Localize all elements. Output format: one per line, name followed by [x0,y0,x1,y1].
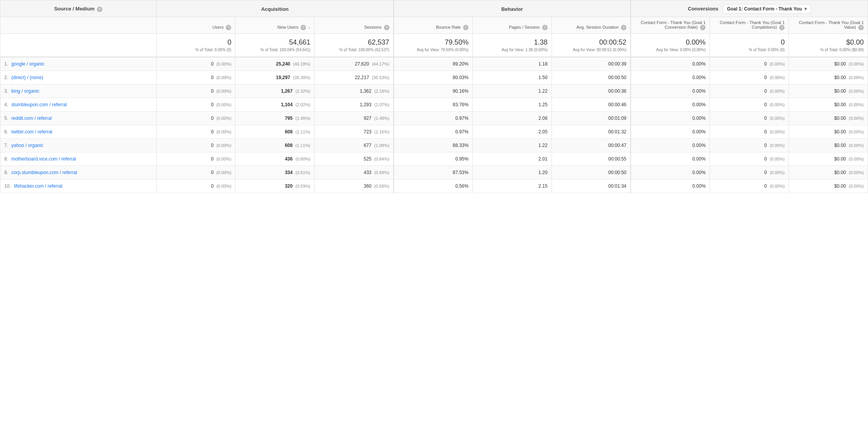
source-link[interactable]: twitter.com / referral [11,129,52,135]
group-header-row: Source / Medium ? Acquisition Behavior C… [0,0,868,17]
totals-pages-session-sub: Avg for View: 1.38 (0.00%) [477,48,548,52]
new-users-pct: (46.18%) [293,62,311,66]
source-link[interactable]: motherboard.vice.com / referral [11,156,76,162]
totals-bounce-rate-sub: Avg for View: 79.50% (0.00%) [398,48,469,52]
new-users-col-header[interactable]: New Users ? ↓ [235,17,315,34]
completions-cell: 0 (0.00%) [710,71,789,85]
totals-pages-session-cell: 1.38 Avg for View: 1.38 (0.00%) [472,34,552,57]
source-link[interactable]: (direct) / (none) [11,75,43,80]
avg-session-cell: 00:00:47 [552,139,631,152]
value-pct: (0.00%) [849,143,864,148]
new-users-pct: (0.61%) [296,170,311,175]
sessions-pct: (35.53%) [372,75,389,80]
conv-rate-cell: 0.00% [631,139,710,152]
bounce-rate-cell: 83.76% [394,98,473,112]
pages-session-col-header[interactable]: Pages / Session ? [472,17,552,34]
sessions-cell: 433 (0.69%) [315,166,394,180]
completions-help-icon[interactable]: ? [779,25,785,30]
bounce-rate-cell: 0.97% [394,125,473,139]
conv-rate-cell: 0.00% [631,180,710,193]
source-link[interactable]: bing / organic [11,88,39,94]
completions-pct: (0.00%) [770,89,785,93]
totals-bounce-rate-value: 79.50% [398,38,469,47]
avg-session-cell: 00:01:34 [552,180,631,193]
acquisition-label: Acquisition [261,6,289,12]
table-row: 4. stumbleupon.com / referral 0 (0.00%) … [0,98,868,112]
totals-completions-value: 0 [714,38,785,47]
completions-pct: (0.00%) [770,75,785,80]
users-pct: (0.00%) [216,116,232,121]
sessions-pct: (1.16%) [374,129,389,134]
conv-rate-col-header[interactable]: Contact Form - Thank You (Goal 1 Convers… [631,17,710,34]
value-cell: $0.00 (0.00%) [789,166,868,180]
totals-pages-session-value: 1.38 [477,38,548,47]
completions-cell: 0 (0.00%) [710,139,789,152]
table-row: 6. twitter.com / referral 0 (0.00%) 608 … [0,125,868,139]
sessions-cell: 1,362 (2.18%) [315,85,394,98]
source-link[interactable]: reddit.com / referral [11,116,52,121]
users-col-header[interactable]: Users ? [156,17,235,34]
users-pct: (0.00%) [216,129,232,134]
source-link[interactable]: stumbleupon.com / referral [11,102,67,107]
row-number: 6. [4,129,8,135]
sessions-cell: 22,217 (35.53%) [315,71,394,85]
source-link[interactable]: yahoo / organic [11,143,43,148]
pages-session-help-icon[interactable]: ? [542,25,548,30]
row-number: 1. [4,61,8,67]
avg-session-col-header[interactable]: Avg. Session Duration ? [552,17,631,34]
goal-dropdown[interactable]: Goal 1: Contact Form - Thank You ▾ [723,4,811,14]
users-help-icon[interactable]: ? [226,25,231,30]
conv-rate-cell: 0.00% [631,166,710,180]
completions-cell: 0 (0.00%) [710,57,789,71]
users-cell: 0 (0.00%) [156,166,235,180]
new-users-value: 19,297 [276,75,290,80]
users-cell: 0 (0.00%) [156,71,235,85]
bounce-rate-help-icon[interactable]: ? [463,25,469,30]
source-link[interactable]: google / organic [11,61,44,67]
users-cell: 0 (0.00%) [156,180,235,193]
totals-value-value: $0.00 [793,38,864,47]
users-pct: (0.00%) [216,170,232,175]
table-row: 5. reddit.com / referral 0 (0.00%) 795 (… [0,112,868,125]
sessions-help-icon[interactable]: ? [384,25,389,30]
bounce-rate-col-header[interactable]: Bounce Rate ? [394,17,473,34]
completions-pct: (0.00%) [770,129,785,134]
bounce-rate-cell: 87.53% [394,166,473,180]
source-cell: 9. corp.stumbleupon.com / referral [0,166,157,180]
new-users-value: 608 [285,129,292,135]
completions-col-header[interactable]: Contact Form - Thank You (Goal 1 Complet… [710,17,789,34]
value-pct: (0.00%) [849,75,864,80]
new-users-value: 1,104 [281,102,292,107]
new-users-pct: (1.11%) [296,129,311,134]
new-users-pct: (0.59%) [296,184,311,188]
sessions-col-header[interactable]: Sessions ? [315,17,394,34]
completions-cell: 0 (0.00%) [710,125,789,139]
source-link[interactable]: corp.stumbleupon.com / referral [11,170,77,175]
value-cell: $0.00 (0.00%) [789,98,868,112]
users-cell: 0 (0.00%) [156,85,235,98]
new-users-pct: (2.02%) [296,102,311,107]
sessions-label: Sessions [364,25,382,29]
source-cell: 7. yahoo / organic [0,139,157,152]
totals-users-value: 0 [161,38,232,47]
totals-sessions-sub: % of Total: 100.00% (62,537) [318,48,389,52]
table-body: 0 % of Total: 0.00% (0) 54,661 % of Tota… [0,34,868,193]
table-row: 3. bing / organic 0 (0.00%) 1,267 (2.32%… [0,85,868,98]
avg-session-help-icon[interactable]: ? [621,25,626,30]
conv-rate-help-icon[interactable]: ? [700,25,705,30]
new-users-help-icon[interactable]: ? [301,25,306,30]
totals-avg-session-sub: Avg for View: 00:00:52 (0.00%) [556,48,626,52]
avg-session-cell: 00:00:50 [552,166,631,180]
bounce-rate-cell: 0.95% [394,152,473,166]
new-users-cell: 436 (0.80%) [235,152,315,166]
value-help-icon[interactable]: ? [858,25,864,30]
users-cell: 0 (0.00%) [156,112,235,125]
value-col-header[interactable]: Contact Form - Thank You (Goal 1 Value) … [789,17,868,34]
new-users-cell: 320 (0.59%) [235,180,315,193]
column-headers-row: Users ? New Users ? ↓ Sessions ? Bounce … [0,17,868,34]
totals-completions-sub: % of Total: 0.00% (0) [714,48,785,52]
source-link[interactable]: lifehacker.com / referral [14,183,62,189]
source-medium-help-icon[interactable]: ? [97,7,102,12]
new-users-value: 320 [285,183,292,189]
new-users-pct: (35.30%) [293,75,311,80]
